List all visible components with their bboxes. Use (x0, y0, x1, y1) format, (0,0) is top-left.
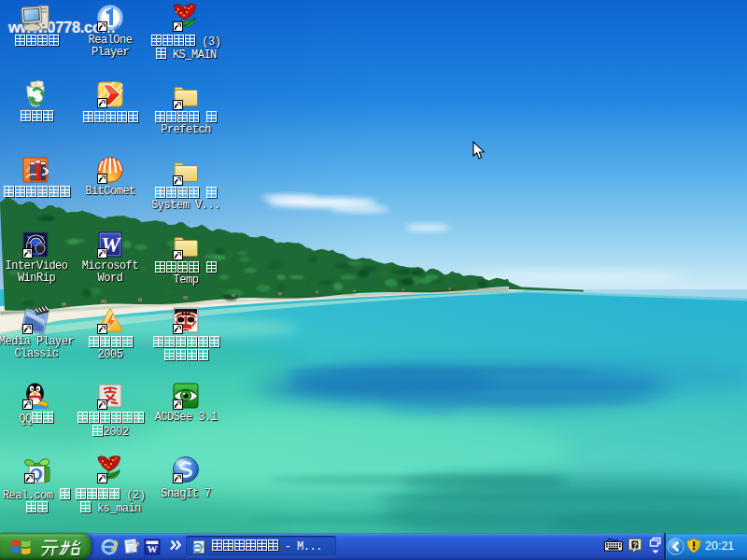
svg-text:?: ? (632, 540, 637, 550)
svg-text:W: W (148, 543, 158, 554)
